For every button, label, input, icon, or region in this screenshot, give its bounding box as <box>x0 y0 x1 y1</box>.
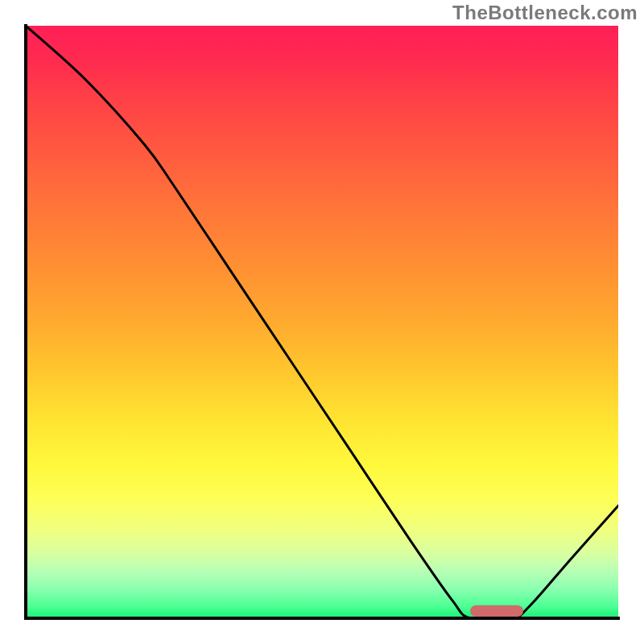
x-axis <box>24 617 620 620</box>
chart-container: TheBottleneck.com <box>0 0 644 644</box>
y-axis <box>24 24 27 620</box>
optimal-range-marker <box>470 605 523 617</box>
bottleneck-curve <box>26 26 618 618</box>
watermark-label: TheBottleneck.com <box>452 2 638 24</box>
